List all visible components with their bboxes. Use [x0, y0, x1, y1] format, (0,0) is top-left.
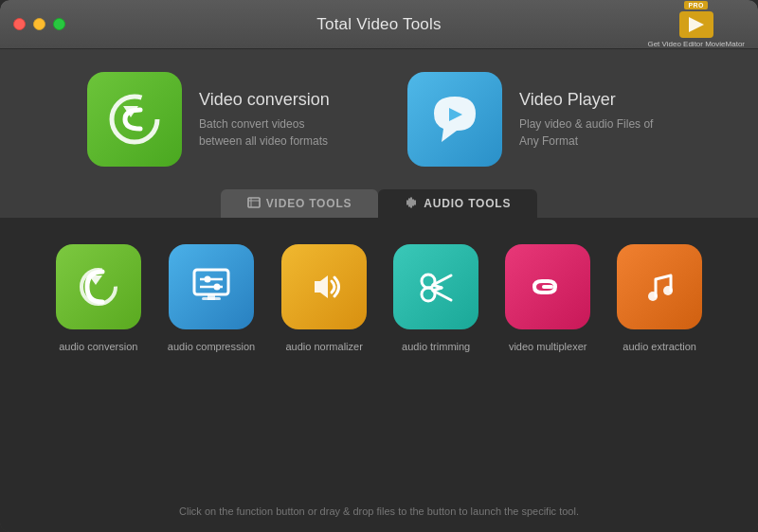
video-player-desc: Play video & audio Files of Any Format — [519, 115, 671, 150]
audio-normalizer-tool[interactable]: audio normalizer — [281, 244, 367, 494]
video-tools-tab-label: VIDEO TOOLS — [266, 197, 352, 210]
video-conversion-icon — [87, 72, 182, 167]
video-conversion-title: Video conversion — [199, 90, 351, 110]
audio-compression-tool[interactable]: audio compression — [168, 244, 255, 494]
video-conversion-desc: Batch convert videos between all video f… — [199, 115, 351, 150]
moviemator-logo-icon — [679, 11, 713, 38]
audio-extraction-icon — [617, 244, 702, 329]
video-multiplexer-svg — [523, 262, 572, 311]
audio-trimming-icon — [393, 244, 478, 329]
audio-compression-label: audio compression — [168, 341, 255, 352]
svg-rect-5 — [248, 198, 260, 207]
audio-extraction-tool[interactable]: audio extraction — [617, 244, 702, 494]
video-player-card[interactable]: Video Player Play video & audio Files of… — [407, 72, 671, 167]
audio-compression-icon — [169, 244, 254, 329]
tab-audio-tools[interactable]: AUDIO TOOLS — [378, 189, 537, 218]
svg-marker-18 — [315, 275, 328, 298]
tools-section: audio conversion — [0, 218, 758, 532]
audio-compression-svg — [187, 262, 236, 311]
svg-line-24 — [433, 288, 442, 291]
audio-conversion-svg — [74, 262, 123, 311]
minimize-button[interactable] — [33, 18, 45, 30]
svg-point-17 — [214, 284, 221, 291]
svg-marker-10 — [89, 275, 102, 285]
svg-rect-6 — [248, 198, 260, 207]
tools-grid: audio conversion — [38, 244, 720, 494]
audio-trimming-svg — [411, 262, 460, 311]
svg-point-26 — [648, 292, 658, 301]
conversion-svg-icon — [104, 89, 165, 150]
audio-trimming-tool[interactable]: audio trimming — [393, 244, 478, 494]
audio-normalizer-icon — [281, 244, 367, 329]
video-player-info: Video Player Play video & audio Files of… — [519, 90, 671, 150]
tabs-bar: VIDEO TOOLS AUDIO TOOLS — [0, 186, 758, 218]
audio-conversion-tool[interactable]: audio conversion — [56, 244, 141, 494]
video-player-title: Video Player — [519, 90, 671, 110]
audio-tools-tab-label: AUDIO TOOLS — [424, 197, 511, 210]
audio-conversion-icon — [56, 244, 141, 329]
video-conversion-card[interactable]: Video conversion Batch convert videos be… — [87, 72, 351, 167]
title-bar: Total Video Tools PRO Get Video Editor M… — [0, 0, 758, 49]
svg-point-27 — [663, 286, 673, 295]
player-svg-icon — [424, 89, 485, 150]
maximize-button[interactable] — [53, 18, 65, 30]
svg-point-15 — [205, 276, 211, 283]
audio-normalizer-svg — [299, 262, 349, 311]
audio-tools-tab-icon — [405, 197, 418, 210]
video-multiplexer-tool[interactable]: video multiplexer — [505, 244, 590, 494]
audio-conversion-label: audio conversion — [59, 341, 137, 352]
audio-normalizer-label: audio normalizer — [286, 341, 363, 352]
video-multiplexer-icon — [505, 244, 590, 329]
window-title: Total Video Tools — [316, 15, 441, 34]
audio-extraction-label: audio extraction — [623, 341, 696, 352]
close-button[interactable] — [13, 18, 26, 30]
pro-badge: PRO — [684, 1, 708, 9]
svg-rect-13 — [202, 297, 221, 300]
app-window: Total Video Tools PRO Get Video Editor M… — [0, 0, 758, 532]
svg-point-2 — [112, 97, 157, 142]
tab-video-tools[interactable]: VIDEO TOOLS — [221, 189, 379, 218]
traffic-lights — [13, 18, 65, 30]
logo-text: Get Video Editor MovieMator — [647, 40, 745, 48]
audio-extraction-svg — [635, 262, 684, 311]
feature-cards-section: Video conversion Batch convert videos be… — [0, 49, 758, 186]
svg-rect-11 — [194, 270, 228, 294]
video-tools-tab-icon — [247, 197, 261, 210]
logo-area: PRO Get Video Editor MovieMator — [647, 1, 745, 48]
footer-hint: Click on the function button or dray & d… — [38, 494, 720, 517]
audio-trimming-label: audio trimming — [402, 341, 470, 352]
video-conversion-info: Video conversion Batch convert videos be… — [199, 90, 351, 150]
video-player-icon — [407, 72, 502, 167]
video-multiplexer-label: video multiplexer — [509, 341, 587, 352]
